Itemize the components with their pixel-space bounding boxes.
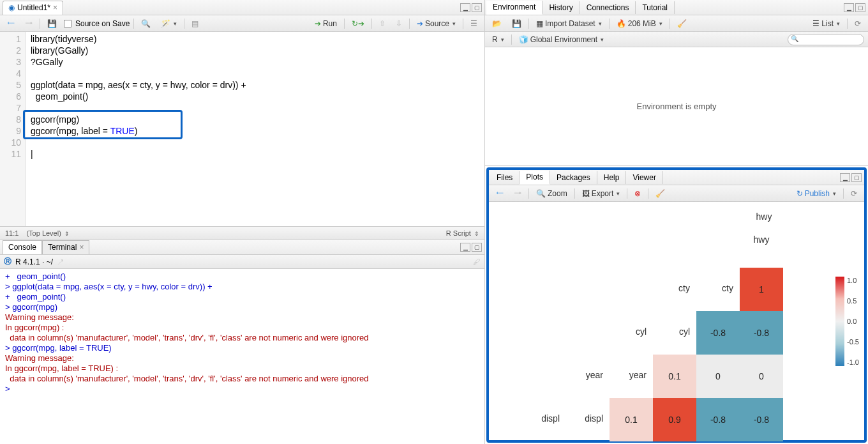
close-icon[interactable]: × xyxy=(79,243,84,252)
maximize-pane-button[interactable]: ▢ xyxy=(472,243,482,252)
tab-connections[interactable]: Connections xyxy=(580,1,636,14)
language-scope[interactable]: R▾ xyxy=(489,34,507,45)
corr-cell: -0.8 xyxy=(740,398,783,441)
r-version-label: R 4.1.1 · ~/ xyxy=(15,257,53,266)
clear-console-button[interactable]: 🖋 xyxy=(473,257,481,266)
refresh-button[interactable]: ⟳ xyxy=(851,18,864,29)
source-on-save-label: Source on Save xyxy=(75,19,130,28)
outline-button[interactable]: ☰ xyxy=(467,18,481,29)
plots-toolbar: ⭠ ⭢ 🔍 Zoom 🖼 Export▾ ⊗ 🧹 ↻ Publish▾ ⟳ xyxy=(489,185,864,202)
environment-pane: Environment History Connections Tutorial… xyxy=(485,0,868,166)
env-empty-message: Environment is empty xyxy=(485,47,868,165)
publish-button[interactable]: ↻ Publish▾ xyxy=(793,188,839,199)
console-tab[interactable]: Console xyxy=(3,240,42,254)
tab-viewer[interactable]: Viewer xyxy=(626,171,662,184)
language-indicator[interactable]: R Script ⇕ xyxy=(446,229,479,237)
minimize-pane-button[interactable]: ▁ xyxy=(844,3,854,12)
env-tabstrip: Environment History Connections Tutorial… xyxy=(485,0,868,15)
tab-environment[interactable]: Environment xyxy=(486,1,542,15)
view-mode-button[interactable]: ☰ List▾ xyxy=(809,18,843,29)
tab-help[interactable]: Help xyxy=(597,171,627,184)
corr-cell: -0.8 xyxy=(740,311,783,355)
terminal-tab[interactable]: Terminal× xyxy=(42,240,89,254)
load-workspace-button[interactable]: 📂 xyxy=(489,18,505,29)
memory-indicator[interactable]: 🔥 206 MiB▾ xyxy=(613,18,666,29)
source-on-save-checkbox[interactable] xyxy=(64,20,71,27)
corr-cell: 1 xyxy=(740,268,783,311)
cursor-position: 11:1 xyxy=(5,229,19,237)
tab-history[interactable]: History xyxy=(542,1,580,14)
plot-next-button[interactable]: ⭢ xyxy=(511,188,525,199)
source-toolbar: ⭠ ⭢ 💾 Source on Save 🔍 🪄▾ ▤ ➔Run ↻➔ ⇧ ⇩ xyxy=(0,15,484,32)
console-pane: Console Terminal× ▁ ▢ Ⓡ R 4.1.1 · ~/ ⭧ 🖋… xyxy=(0,240,484,444)
section-down-button[interactable]: ⇩ xyxy=(393,18,405,29)
save-workspace-button[interactable]: 💾 xyxy=(509,18,525,29)
run-button[interactable]: ➔Run xyxy=(311,18,340,29)
open-folder-icon[interactable]: ⭧ xyxy=(57,257,64,266)
export-button[interactable]: 🖼 Export▾ xyxy=(579,188,624,199)
source-tabstrip: ◉ Untitled1* × ▁ ▢ xyxy=(0,0,484,15)
plots-tabstrip: Files Plots Packages Help Viewer ▁ ▢ xyxy=(489,170,864,185)
line-gutter: 1234567891011 xyxy=(0,32,26,226)
report-button[interactable]: ▤ xyxy=(188,18,202,29)
source-pane: ◉ Untitled1* × ▁ ▢ ⭠ ⭢ 💾 Source on Save … xyxy=(0,0,484,240)
source-statusbar: 11:1 (Top Level) ⇕ R Script ⇕ xyxy=(0,226,484,239)
back-button[interactable]: ⭠ xyxy=(4,18,18,29)
corr-cell: -0.8 xyxy=(696,311,740,355)
console-output[interactable]: + geom_point()> ggplot(data = mpg, aes(x… xyxy=(0,269,484,444)
source-button[interactable]: ➔Source▾ xyxy=(414,18,459,29)
source-tab-title: Untitled1* xyxy=(17,3,50,12)
source-tab[interactable]: ◉ Untitled1* × xyxy=(3,1,63,15)
tab-packages[interactable]: Packages xyxy=(550,171,597,184)
corr-cell: -0.8 xyxy=(696,398,740,441)
tab-plots[interactable]: Plots xyxy=(520,171,550,185)
import-dataset-button[interactable]: ▦ Import Dataset▾ xyxy=(533,18,605,29)
console-toolbar: Ⓡ R 4.1.1 · ~/ ⭧ 🖋 xyxy=(0,255,484,269)
tab-tutorial[interactable]: Tutorial xyxy=(636,1,675,14)
corr-cell: 0 xyxy=(696,355,740,398)
plot-prev-button[interactable]: ⭠ xyxy=(493,188,507,199)
minimize-pane-button[interactable]: ▁ xyxy=(460,243,470,252)
corr-cell: 0.9 xyxy=(653,398,696,441)
maximize-pane-button[interactable]: ▢ xyxy=(472,3,482,12)
refresh-plot-button[interactable]: ⟳ xyxy=(848,188,860,199)
env-scope-bar: R▾ 🧊 Global Environment▾ xyxy=(485,32,868,47)
minimize-pane-button[interactable]: ▁ xyxy=(460,3,470,12)
wand-button[interactable]: 🪄▾ xyxy=(158,18,180,29)
console-tabstrip: Console Terminal× ▁ ▢ xyxy=(0,240,484,255)
tab-files[interactable]: Files xyxy=(490,171,520,184)
r-doc-icon: ◉ xyxy=(8,3,15,12)
code-area[interactable]: library(tidyverse)library(GGally)?GGally… xyxy=(26,32,484,226)
maximize-pane-button[interactable]: ▢ xyxy=(851,173,862,182)
corr-cell: 0 xyxy=(740,355,783,398)
maximize-pane-button[interactable]: ▢ xyxy=(855,3,865,12)
corr-cell: 0.1 xyxy=(610,398,653,441)
env-scope[interactable]: 🧊 Global Environment▾ xyxy=(516,34,607,45)
minimize-pane-button[interactable]: ▁ xyxy=(840,173,850,182)
code-editor[interactable]: 1234567891011 library(tidyverse)library(… xyxy=(0,32,484,226)
cube-icon: 🧊 xyxy=(519,35,528,44)
section-up-button[interactable]: ⇧ xyxy=(376,18,389,29)
env-search-input[interactable] xyxy=(788,34,864,45)
close-icon[interactable]: × xyxy=(53,3,57,12)
r-logo-icon: Ⓡ xyxy=(4,256,11,267)
scope-indicator[interactable]: (Top Level) ⇕ xyxy=(26,229,69,237)
env-toolbar: 📂 💾 ▦ Import Dataset▾ 🔥 206 MiB▾ 🧹 ☰ Lis… xyxy=(485,15,868,32)
remove-plot-button[interactable]: ⊗ xyxy=(631,188,644,199)
forward-button[interactable]: ⭢ xyxy=(22,18,36,29)
save-button[interactable]: 💾 xyxy=(44,18,60,29)
find-button[interactable]: 🔍 xyxy=(138,18,154,29)
clear-plots-button[interactable]: 🧹 xyxy=(652,188,668,199)
corr-cell: 0.1 xyxy=(653,355,696,398)
zoom-button[interactable]: 🔍 Zoom xyxy=(533,188,571,199)
plot-canvas: displyearcylctyhwy0.10.9-0.8-0.80.100-0.… xyxy=(489,202,864,440)
rerun-button[interactable]: ↻➔ xyxy=(348,18,368,29)
plots-pane: Files Plots Packages Help Viewer ▁ ▢ ⭠ ⭢… xyxy=(486,167,867,443)
clear-workspace-button[interactable]: 🧹 xyxy=(674,18,690,29)
